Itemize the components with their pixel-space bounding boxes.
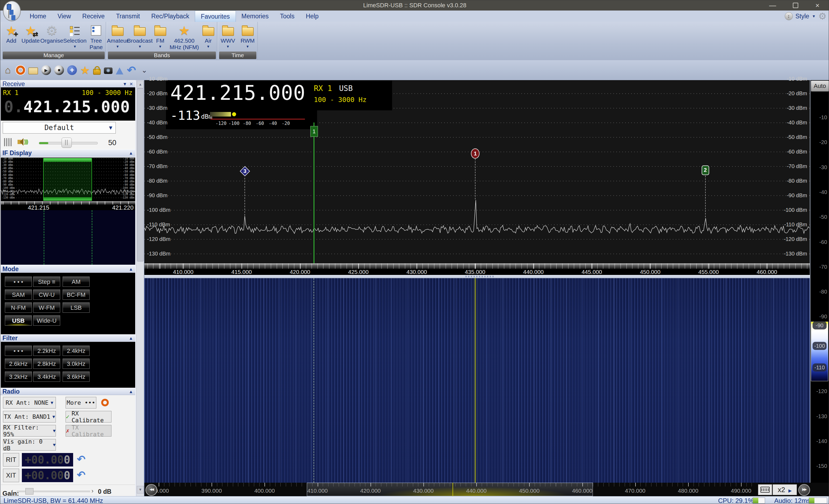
- waterfall-level-scale[interactable]: Auto -10-20-30-40-50-60-70-80-90-100-110…: [810, 80, 829, 483]
- gain-slider-right-arrow[interactable]: ›: [92, 488, 94, 495]
- ribbon-button-amateur[interactable]: Amateur▼: [107, 23, 128, 48]
- scroll-down-icon[interactable]: ▼: [137, 486, 144, 494]
- pane-splitter[interactable]: [144, 275, 810, 278]
- more-icon[interactable]: ⌄: [140, 65, 149, 75]
- folder-icon[interactable]: [28, 67, 38, 74]
- ribbon-button-wwv[interactable]: WWV▼: [218, 23, 238, 48]
- scrollbar-thumb[interactable]: [137, 88, 144, 261]
- filter-button-2-4khz[interactable]: 2.4kHz: [63, 346, 89, 356]
- favourite-icon[interactable]: ★: [80, 65, 90, 75]
- mode-button-w-fm[interactable]: W-FM: [33, 302, 60, 313]
- splitter-grip[interactable]: [466, 276, 495, 277]
- style-gear-icon[interactable]: ⚙: [819, 12, 827, 20]
- nav-right-icon[interactable]: ▶▶: [798, 484, 810, 496]
- rx-calibrate-button[interactable]: ✓RX Calibrate: [66, 411, 111, 423]
- radio-header[interactable]: Radio▲: [0, 388, 135, 395]
- vis-gain-select[interactable]: Vis gain: 0 dB▼: [3, 439, 56, 451]
- filter-button-3-2khz[interactable]: 3.2kHz: [5, 371, 32, 382]
- filter-button-2-8khz[interactable]: 2.8kHz: [33, 359, 60, 369]
- ribbon-button-add[interactable]: ★Add: [2, 23, 21, 44]
- menu-tab-view[interactable]: View: [52, 10, 76, 22]
- style-dropdown-icon[interactable]: ▼: [812, 14, 816, 19]
- xit-value[interactable]: +00.000: [22, 469, 73, 482]
- menu-tab-help[interactable]: Help: [300, 10, 324, 22]
- ribbon-button-broadcast[interactable]: Broadcast▼: [128, 23, 151, 48]
- more-button[interactable]: More •••: [66, 397, 96, 408]
- ribbon-button-organise[interactable]: ⚙Organise: [40, 23, 63, 44]
- scale-gradient-slider[interactable]: -90-100-110: [811, 322, 828, 381]
- panel-scrollbar[interactable]: ▲ ▼: [136, 80, 144, 496]
- keyboard-entry-button[interactable]: [758, 484, 772, 495]
- filter-button-2-2khz[interactable]: 2.2kHz: [33, 346, 60, 356]
- volume-slider-thumb[interactable]: [62, 138, 72, 148]
- rx-filter-select[interactable]: RX Filter: 95%▼: [3, 425, 56, 437]
- mode-button-am[interactable]: AM: [63, 277, 89, 287]
- tuned-frequency-readout[interactable]: 421.215.000: [170, 81, 305, 104]
- mode-button-n-fm[interactable]: N-FM: [5, 302, 32, 313]
- panel-header-buttons[interactable]: ▼ ✕: [123, 80, 133, 88]
- lock-icon[interactable]: [93, 69, 101, 75]
- lifebuoy-icon[interactable]: [16, 66, 25, 75]
- mode-button-step[interactable]: Step ≡: [33, 277, 60, 287]
- collapse-icon[interactable]: ▲: [129, 265, 133, 273]
- filter-button-3-6khz[interactable]: 3.6kHz: [63, 371, 89, 382]
- ribbon-button-fm[interactable]: FM▼: [151, 23, 169, 48]
- filter-button-2-6khz[interactable]: 2.6kHz: [5, 359, 32, 369]
- rit-button[interactable]: RIT: [3, 453, 19, 467]
- spectrum-display[interactable]: -10 dBm-20 dBm-30 dBm-40 dBm-50 dBm-60 d…: [144, 80, 810, 275]
- if-spectrum[interactable]: -10 dBm-20 dBm-30 dBm-40 dBm-50 dBm-60 d…: [1, 157, 135, 201]
- if-passband-selection[interactable]: [43, 158, 92, 201]
- rit-value[interactable]: +00.000: [22, 453, 73, 467]
- collapse-ribbon-icon[interactable]: ↕: [785, 12, 793, 20]
- tx-ant-select[interactable]: TX Ant: BAND1▼: [3, 411, 56, 423]
- filter-button-3-4khz[interactable]: 3.4kHz: [33, 371, 60, 382]
- waterfall-display[interactable]: [144, 278, 810, 483]
- scroll-up-icon[interactable]: ▲: [137, 81, 144, 88]
- help-lifebuoy-icon[interactable]: [101, 399, 109, 406]
- tx-calibrate-button[interactable]: ✗TX Calibrate: [66, 425, 111, 437]
- menu-tab-memories[interactable]: Memories: [236, 10, 275, 22]
- if-waterfall[interactable]: [1, 210, 135, 265]
- play-icon[interactable]: ▶: [41, 65, 51, 75]
- ribbon-button-tree-pane[interactable]: Tree Pane: [86, 23, 106, 50]
- menu-tab-receive[interactable]: Receive: [77, 10, 110, 22]
- frequency-display[interactable]: 0.421.215.000: [4, 98, 130, 116]
- undo-icon[interactable]: ↶: [127, 65, 136, 75]
- nav-left-icon[interactable]: ◀◀: [145, 484, 157, 496]
- menu-tab-tools[interactable]: Tools: [274, 10, 300, 22]
- rx-ant-select[interactable]: RX Ant: NONE▼: [3, 397, 56, 408]
- antenna-icon[interactable]: [116, 67, 123, 74]
- mode-button-sam[interactable]: SAM: [5, 289, 32, 300]
- mode-button-[interactable]: • • •: [5, 277, 32, 287]
- home-icon[interactable]: ⌂: [3, 65, 13, 75]
- mode-button-wide-u[interactable]: Wide-U: [33, 315, 60, 326]
- ribbon-button-update[interactable]: ★Update: [21, 23, 40, 44]
- gain-slider-left-arrow[interactable]: ‹: [11, 488, 13, 495]
- stop-icon[interactable]: ■: [54, 65, 64, 75]
- zoom-button[interactable]: x2: [772, 484, 797, 495]
- mode-button-bc-fm[interactable]: BC-FM: [63, 289, 89, 300]
- tuning-line[interactable]: [314, 122, 314, 275]
- preset-select[interactable]: Default▼: [3, 122, 116, 134]
- speaker-icon[interactable]: [17, 140, 21, 144]
- style-button[interactable]: Style: [796, 13, 809, 20]
- if-display-header[interactable]: IF Display▲: [0, 149, 135, 156]
- ribbon-button-air[interactable]: Air▼: [200, 23, 217, 48]
- minimize-button[interactable]: —: [764, 1, 781, 9]
- xit-undo-icon[interactable]: ↶: [77, 469, 88, 482]
- add-icon[interactable]: +: [67, 65, 77, 75]
- ribbon-button-rwm[interactable]: RWM▼: [238, 23, 257, 48]
- mode-header[interactable]: Mode▲: [0, 265, 135, 273]
- menu-tab-rec-playback[interactable]: Rec/Playback: [146, 10, 195, 22]
- rit-undo-icon[interactable]: ↶: [77, 453, 88, 467]
- menu-tab-transmit[interactable]: Transmit: [110, 10, 146, 22]
- menu-tab-home[interactable]: Home: [24, 10, 52, 22]
- collapse-icon[interactable]: ▲: [129, 334, 133, 342]
- nav-ruler[interactable]: 380.000390.000400.000410.000420.000430.0…: [156, 483, 753, 496]
- maximize-button[interactable]: [787, 1, 804, 9]
- nav-visible-window[interactable]: [307, 483, 592, 496]
- mode-button-cw-u[interactable]: CW-U: [33, 289, 60, 300]
- auto-scale-button[interactable]: Auto: [811, 81, 829, 92]
- ribbon-button-selection[interactable]: Selection▼: [63, 23, 86, 48]
- collapse-icon[interactable]: ▲: [129, 388, 133, 395]
